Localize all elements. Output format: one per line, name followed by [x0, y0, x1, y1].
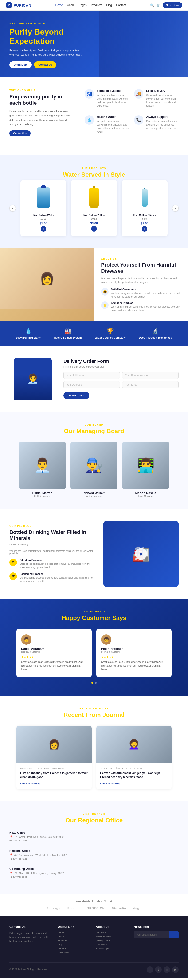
- footer-link-4[interactable]: Blog: [58, 943, 89, 946]
- stat-filtration: 🔬 Deep Filtration Technology: [139, 328, 172, 339]
- features-contact-button[interactable]: Contact Us: [9, 130, 30, 137]
- hero-headline: Purity Beyond Expectation: [9, 27, 89, 46]
- nav-blog[interactable]: Blog: [106, 3, 112, 7]
- footer-link-1[interactable]: Home: [58, 931, 89, 934]
- hero-image: [99, 11, 188, 77]
- delivery-email-input[interactable]: [122, 381, 179, 388]
- dot-2[interactable]: [95, 682, 96, 684]
- search-icon[interactable]: 🔍: [150, 3, 154, 7]
- testimonials-tag: TESTIMONIALS: [9, 610, 179, 613]
- nav-home[interactable]: Home: [55, 3, 63, 7]
- footer-about-2[interactable]: Water Process: [96, 935, 127, 938]
- features-description: Delivering the beauty and freshness of a…: [9, 109, 75, 127]
- why-item-packaging: 02 Packaging Process Our packaging proce…: [9, 573, 96, 583]
- testimonial-dots: [9, 682, 179, 684]
- footer-contact-col: Contact Us Delivering pure water to home…: [9, 925, 51, 955]
- team-heading: Our Managing Board: [9, 428, 179, 435]
- features-grid: 🚰 Filtration Systems We have filtration …: [85, 89, 179, 137]
- bottle-small-icon: [142, 189, 148, 207]
- blog-read-more-1[interactable]: Continue Reading...: [20, 782, 42, 785]
- about-section: 👩 ABOUT US Protect Yourself From Harmful…: [0, 248, 188, 321]
- dot-1[interactable]: [92, 682, 93, 684]
- stars-1: ★★★★★: [21, 655, 87, 659]
- product-volume-1: 19 Ltr: [24, 217, 63, 220]
- office-coworking-address: 📍 789 Mineral Blvd, North Quarter, Chica…: [9, 872, 179, 875]
- add-to-cart-2[interactable]: +: [91, 226, 97, 232]
- delivery-submit-button[interactable]: Place Order: [63, 392, 89, 399]
- footer-link-3[interactable]: Products: [58, 939, 89, 942]
- office-head-title: Head Office: [9, 831, 179, 834]
- bottle-5gal-icon: [37, 187, 50, 208]
- blog-title-2: Heaven with firmament winged you was sig…: [100, 771, 168, 779]
- youtube-icon[interactable]: ▶: [172, 966, 179, 973]
- footer-about-4[interactable]: Distribution: [96, 943, 127, 946]
- blog-comments-1: 5 Comments: [52, 767, 65, 769]
- footer-about-list: Our Story Water Process Quality Check Di…: [96, 931, 127, 950]
- hero-learn-more-button[interactable]: Learn More: [9, 61, 32, 68]
- testimonial-1: 👨 Daniel Abraham Regular Customer ★★★★★ …: [16, 629, 92, 677]
- nav-contact[interactable]: Contact: [116, 3, 126, 7]
- blog-read-more-2[interactable]: Continue Reading...: [100, 782, 122, 785]
- why-content: OUR PL. BLOG Bottled Drinking Water Fill…: [9, 525, 96, 583]
- blog-title-1: Give abundantly from likeness to gathere…: [20, 771, 88, 779]
- nav-pages[interactable]: Pages: [79, 3, 87, 7]
- footer-about-5[interactable]: Partnerships: [96, 947, 127, 950]
- footer-about-col: About Us Our Story Water Process Quality…: [96, 925, 127, 955]
- order-now-button[interactable]: Order Now: [163, 2, 182, 8]
- testimonial-avatar-1: 👨: [21, 634, 32, 645]
- logo[interactable]: P PURICAN: [6, 2, 31, 8]
- delivery-subtitle: Fill in the form below to place your ord…: [63, 366, 179, 368]
- blog-heading: Recent From Journal: [9, 711, 179, 719]
- features-top: WHY CHOOSE US Empowering purity in each …: [9, 89, 179, 137]
- footer-link-2[interactable]: About: [58, 935, 89, 938]
- office-regional-title: Regional Office: [9, 849, 179, 853]
- office-regional-address: 📍 456 Spring Avenue, West Side, Los Ange…: [9, 853, 179, 857]
- blog-comments-2: 3 Comments: [130, 767, 142, 769]
- products-carousel: ‹ Five Gallon Water 19 Ltr $5.00 + Five …: [9, 180, 179, 236]
- delivery-form-row-1: [63, 372, 179, 379]
- footer-about-1[interactable]: Our Story: [96, 931, 127, 934]
- blog-date-2: 12 May 2022: [100, 767, 112, 769]
- footer-link-5[interactable]: Contact: [58, 947, 89, 950]
- carousel-prev-button[interactable]: ‹: [9, 205, 16, 212]
- testimonial-name-1: Daniel Abraham: [21, 647, 87, 651]
- delivery-name-input[interactable]: [63, 372, 120, 379]
- offices-list: Head Office 📍 123 Water Street, Main Dis…: [9, 831, 179, 882]
- feature-filtration-text: Filtration Systems We have filtration pr…: [97, 89, 129, 108]
- facebook-icon[interactable]: f: [147, 966, 153, 973]
- why-description: We use the latest mineral water bottling…: [9, 550, 96, 555]
- office-section: VISIT BRANCH Our Regional Office Head Of…: [0, 801, 188, 894]
- product-image-3: [125, 185, 164, 211]
- hero-contact-button[interactable]: Contact Us: [34, 61, 56, 68]
- product-name-2: Five Gallon Yellow: [75, 214, 113, 216]
- footer-about-3[interactable]: Quality Check: [96, 939, 127, 942]
- brand-3: BKDESIGN: [87, 906, 105, 910]
- add-to-cart-1[interactable]: +: [41, 226, 46, 232]
- office-coworking: Co-working Office 📍 789 Mineral Blvd, No…: [9, 867, 179, 878]
- add-to-cart-3[interactable]: +: [142, 226, 147, 232]
- footer-newsletter-input[interactable]: [134, 931, 169, 939]
- blog-meta-1: 26 Dec 2022 Felix Drummand 5 Comments: [20, 767, 88, 769]
- delivery-address-input[interactable]: [63, 381, 120, 388]
- feature-delivery-text: Local Delivery We provide local delivery…: [146, 89, 179, 108]
- hero-badge: SAVE 20% THIS MONTH: [9, 22, 89, 25]
- features-left: WHY CHOOSE US Empowering purity in each …: [9, 89, 75, 137]
- footer-link-6[interactable]: Order Now: [58, 951, 89, 954]
- footer-newsletter-button[interactable]: →: [169, 931, 179, 939]
- why-item-filtration: 01 Filtration Process State-of-the-art f…: [9, 558, 96, 569]
- office-head-address: 📍 123 Water Street, Main District, New Y…: [9, 835, 179, 839]
- twitter-icon[interactable]: t: [155, 966, 162, 973]
- satisfied-icon: 😊: [101, 288, 109, 296]
- play-video-button[interactable]: [135, 548, 147, 560]
- footer-bottom: © 2022 Purican. All Rights Reserved. f t…: [9, 963, 179, 973]
- instagram-icon[interactable]: in: [164, 966, 170, 973]
- nav-about[interactable]: About: [67, 3, 74, 7]
- about-item-satisfied-text: Satisfied Customers We have many users w…: [111, 288, 181, 299]
- cart-icon[interactable]: 🛒: [156, 3, 160, 7]
- team-name-2: Richard William: [71, 491, 117, 495]
- carousel-next-button[interactable]: ›: [172, 205, 179, 212]
- delivery-phone-input[interactable]: [122, 372, 179, 379]
- about-heading: Protect Yourself From Harmful Diseases: [101, 262, 181, 274]
- feature-filtration: 🚰 Filtration Systems We have filtration …: [85, 89, 129, 110]
- nav-products[interactable]: Products: [91, 3, 102, 7]
